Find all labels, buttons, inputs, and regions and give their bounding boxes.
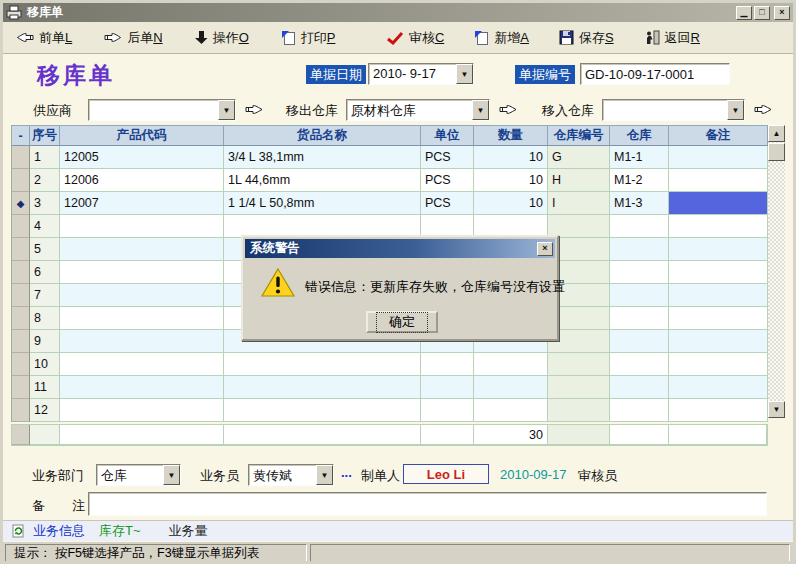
remark-input[interactable] [88,492,767,516]
app-window: 移库单 ▁ □ × 前单L 后单N 操作O 打印P [0,0,796,564]
header-code[interactable]: 产品代码 [60,126,224,146]
supplier-label: 供应商 [33,102,72,120]
doc-date-label: 单据日期 [306,65,366,84]
chevron-down-icon[interactable]: ▼ [727,100,744,120]
maker-label: 制单人 [361,467,400,485]
row-selector[interactable] [12,146,30,169]
close-button[interactable]: × [774,6,790,20]
tab-business-info[interactable]: 业务信息 [33,522,85,540]
warning-triangle-icon [260,267,296,303]
status-bar: 提示： 按F5键选择产品，F3键显示单据列表 [3,542,793,564]
current-row-diamond-icon[interactable]: ◆ [12,192,30,215]
remark-label2: 注 [72,497,85,515]
new-button[interactable]: 新增A [471,27,532,49]
total-qty: 30 [474,425,548,445]
doc-date-value: 2010- 9-17 [369,64,456,84]
maker-value-box: Leo Li [403,464,489,484]
refresh-doc-icon[interactable] [11,524,25,538]
dialog-close-icon[interactable]: × [537,242,553,256]
audit-button[interactable]: 审核C [383,27,447,49]
tab-business-volume[interactable]: 业务量 [169,522,208,540]
header-gutter[interactable]: - [12,126,30,146]
bottom-tabs: 业务信息 库存T~ 业务量 [3,520,793,541]
in-warehouse-label: 移入仓库 [542,102,594,120]
save-button[interactable]: 保存S [556,27,617,49]
new-doc-icon [474,30,489,46]
dialog-titlebar[interactable]: 系统警告 × [245,239,555,258]
clerk-combobox[interactable]: 黄传斌 ▼ [248,464,334,486]
remark-label: 备 [32,497,45,515]
chevron-down-icon[interactable]: ▼ [456,64,473,84]
clerk-label: 业务员 [200,467,239,485]
header-name[interactable]: 货品名称 [224,126,421,146]
remark-row: 备 注 [3,491,793,517]
row-selector[interactable] [12,169,30,192]
window-titlebar[interactable]: 移库单 ▁ □ × [3,3,793,22]
header-no[interactable]: 序号 [30,126,60,146]
footer-fields: 业务部门 仓库 ▼ 业务员 黄传斌 ▼ ... 制单人 Leo Li 2010-… [3,463,793,487]
table-row-current[interactable]: ◆ 3 12007 1 1/4 L 50,8mm PCS 10 I M1-3 [12,192,768,215]
dept-combobox[interactable]: 仓库 ▼ [96,464,181,486]
vertical-scrollbar[interactable]: ▲ ▼ [768,125,785,418]
doc-no-label: 单据编号 [515,65,575,84]
scrollbar-thumb[interactable] [768,143,785,161]
prev-doc-button[interactable]: 前单L [13,27,75,49]
dept-label: 业务部门 [32,467,84,485]
floppy-save-icon [559,30,574,45]
print-button[interactable]: 打印P [278,27,339,49]
maximize-button[interactable]: □ [754,6,770,20]
status-panel-right [310,544,790,562]
out-warehouse-lookup-finger-icon[interactable] [499,103,518,116]
chevron-down-icon[interactable]: ▼ [316,465,333,485]
table-row[interactable]: 2 12006 1L 44,6mm PCS 10 H M1-2 [12,169,768,192]
doc-no-input[interactable]: GD-10-09-17-0001 [580,63,730,85]
header-unit[interactable]: 单位 [421,126,474,146]
selected-cell[interactable] [669,192,768,215]
minimize-button[interactable]: ▁ [736,6,752,20]
more-button[interactable]: ... [341,465,352,480]
print-doc-icon [281,30,296,46]
chevron-down-icon[interactable]: ▼ [163,465,180,485]
out-warehouse-combobox[interactable]: 原材料仓库 ▼ [346,99,490,121]
printer-window-icon [6,5,23,20]
header-qty[interactable]: 数量 [474,126,548,146]
prev-hand-icon [16,31,34,44]
dialog-message: 错误信息：更新库存失败，仓库编号没有设置 [305,278,565,296]
toolbar-right-group: 审核C 新增A 保存S 返回R [383,27,727,49]
chevron-down-icon[interactable]: ▼ [472,100,489,120]
down-arrow-icon [195,30,208,45]
chevron-down-icon[interactable]: ▼ [218,100,235,120]
table-row-empty[interactable]: 10 [12,353,768,376]
red-check-icon [386,31,404,45]
table-header-row: - 序号 产品代码 货品名称 单位 数量 仓库编号 仓库 备注 [12,126,768,146]
exit-return-icon [644,30,660,45]
out-warehouse-label: 移出仓库 [286,102,338,120]
action-button[interactable]: 操作O [192,27,252,49]
in-warehouse-lookup-finger-icon[interactable] [754,103,773,116]
return-button[interactable]: 返回R [641,27,703,49]
dialog-title: 系统警告 [250,240,300,257]
in-warehouse-combobox[interactable]: ▼ [602,99,745,121]
doc-date-combobox[interactable]: 2010- 9-17 ▼ [368,63,474,85]
window-title: 移库单 [27,4,734,21]
header-wh[interactable]: 仓库 [610,126,669,146]
auditor-label: 审核员 [578,467,617,485]
table-row-empty[interactable]: 12 [12,399,768,422]
supplier-combobox[interactable]: ▼ [88,99,236,121]
totals-row: 30 [11,424,768,446]
header-remark[interactable]: 备注 [669,126,768,146]
next-hand-icon [104,31,122,44]
page-title: 移库单 [37,60,115,91]
toolbar: 前单L 后单N 操作O 打印P 审核C [3,22,793,54]
table-row[interactable]: 1 12005 3/4 L 38,1mm PCS 10 G M1-1 [12,146,768,169]
header-wh-code[interactable]: 仓库编号 [548,126,610,146]
ok-button[interactable]: 确定 [366,311,438,333]
next-doc-button[interactable]: 后单N [101,27,165,49]
table-row-empty[interactable]: 11 [12,376,768,399]
tab-stock[interactable]: 库存T~ [99,522,141,540]
warning-dialog: 系统警告 × 错误信息：更新库存失败，仓库编号没有设置 确定 [241,235,559,341]
scroll-down-icon[interactable]: ▼ [768,401,785,418]
scroll-up-icon[interactable]: ▲ [768,125,785,142]
supplier-lookup-finger-icon[interactable] [245,103,264,116]
maker-date: 2010-09-17 [500,467,567,482]
